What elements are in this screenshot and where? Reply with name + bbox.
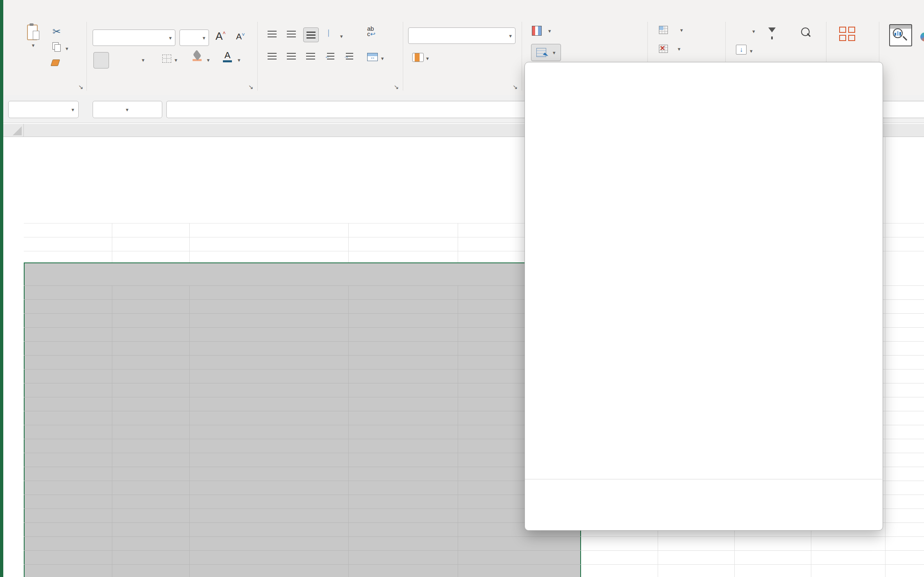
- shrink-font-button[interactable]: A˅: [236, 32, 245, 41]
- excel-window: ▾ ✂ ▾ ↘ ▾ ▾ A˄ A˅ ▾ ▾ ▾ A: [0, 0, 924, 577]
- find-select-button[interactable]: [800, 27, 811, 38]
- selection-gridlines: [24, 285, 581, 577]
- gridline: [112, 223, 112, 262]
- paste-button[interactable]: ▾: [19, 23, 48, 48]
- sort-filter-button[interactable]: [766, 27, 776, 32]
- orientation-dropdown-arrow[interactable]: ▾: [340, 33, 343, 39]
- align-center-button[interactable]: [287, 53, 296, 60]
- insert-cells-button[interactable]: ▾: [659, 26, 683, 34]
- copy-dropdown-arrow[interactable]: ▾: [66, 46, 68, 52]
- clipboard-dialog-launcher[interactable]: ↘: [78, 83, 84, 91]
- magnifier-icon: [800, 27, 811, 38]
- gallery-separator: [525, 479, 883, 479]
- align-top-icon: [268, 31, 277, 38]
- align-top-button[interactable]: [268, 31, 277, 38]
- gridline: [458, 285, 458, 577]
- alignment-dialog-launcher[interactable]: ↘: [394, 83, 399, 91]
- group-separator: [403, 22, 403, 91]
- copilot-icon[interactable]: [920, 32, 924, 41]
- fill-dropdown-arrow[interactable]: ▾: [750, 48, 753, 54]
- gridline: [348, 223, 349, 262]
- align-right-icon: [306, 53, 315, 60]
- analyze-data-icon: [889, 24, 912, 46]
- fill-color-button[interactable]: [193, 52, 202, 61]
- conditional-formatting-button[interactable]: ▾: [532, 26, 551, 36]
- select-all-corner[interactable]: [3, 124, 24, 137]
- gridline: [189, 223, 190, 262]
- align-bottom-icon: [306, 32, 316, 39]
- bold-button[interactable]: [93, 52, 109, 68]
- copy-button[interactable]: [52, 42, 61, 51]
- grow-font-button[interactable]: A˄: [216, 30, 226, 43]
- font-color-swatch: [223, 60, 232, 62]
- window-frame-edge: [0, 0, 3, 577]
- font-name-combo[interactable]: ▾: [93, 30, 175, 46]
- underline-dropdown-arrow[interactable]: ▾: [142, 57, 145, 63]
- font-color-dropdown-arrow[interactable]: ▾: [238, 57, 241, 63]
- align-middle-icon: [287, 31, 296, 38]
- delete-cells-icon: ✕: [659, 45, 668, 53]
- autosum-dropdown-arrow[interactable]: ▾: [752, 28, 755, 34]
- insert-cells-icon: [659, 26, 668, 34]
- align-right-button[interactable]: [306, 53, 315, 60]
- format-as-table-icon: [536, 48, 546, 57]
- font-color-icon: A: [225, 51, 231, 59]
- align-center-icon: [287, 53, 296, 60]
- name-box[interactable]: ▾: [8, 101, 79, 118]
- group-separator: [257, 22, 258, 91]
- merge-center-button[interactable]: ↔: [367, 53, 378, 61]
- align-middle-button[interactable]: [287, 31, 296, 38]
- group-separator: [522, 22, 522, 91]
- formula-controls: ▾: [93, 101, 162, 118]
- font-dialog-launcher[interactable]: ↘: [248, 83, 254, 91]
- group-separator: [86, 22, 87, 91]
- format-as-table-gallery: [524, 62, 883, 531]
- orientation-button[interactable]: ⟋: [324, 28, 334, 38]
- number-dialog-launcher[interactable]: ↘: [513, 83, 518, 91]
- ribbon-tab-bar: [3, 0, 924, 18]
- format-painter-icon: [50, 59, 60, 66]
- font-color-button[interactable]: A: [223, 51, 232, 62]
- align-bottom-button[interactable]: [303, 27, 319, 42]
- paste-dropdown-arrow[interactable]: ▾: [19, 42, 48, 48]
- gridline: [348, 285, 349, 577]
- font-size-combo[interactable]: ▾: [179, 30, 209, 46]
- gridline: [458, 223, 458, 262]
- copy-icon: [52, 42, 61, 51]
- accounting-format-button[interactable]: [412, 53, 424, 62]
- fill-color-dropdown-arrow[interactable]: ▾: [207, 57, 210, 63]
- borders-button[interactable]: [162, 55, 171, 63]
- format-painter-button[interactable]: [52, 59, 61, 68]
- increase-indent-button[interactable]: →: [346, 53, 353, 60]
- addins-button[interactable]: [839, 27, 855, 41]
- decrease-indent-button[interactable]: ←: [327, 53, 334, 60]
- wrap-text-button[interactable]: abc↩: [367, 26, 375, 36]
- filter-funnel-icon: [768, 27, 776, 32]
- fill-down-icon: ↓: [736, 45, 747, 55]
- number-format-combo[interactable]: ▾: [408, 27, 515, 44]
- fx-dropdown-arrow[interactable]: ▾: [126, 107, 129, 113]
- format-as-table-button[interactable]: ▾: [531, 44, 561, 61]
- cut-button[interactable]: ✂: [52, 26, 61, 37]
- addins-icon: [839, 27, 855, 41]
- gridline: [189, 285, 190, 577]
- align-left-button[interactable]: [268, 53, 277, 60]
- borders-dropdown-arrow[interactable]: ▾: [175, 57, 177, 63]
- delete-cells-button[interactable]: ✕ ▾: [659, 45, 681, 53]
- fill-button[interactable]: ↓: [736, 45, 747, 55]
- select-all-triangle: [13, 126, 22, 135]
- paste-icon: [27, 23, 39, 40]
- merge-dropdown-arrow[interactable]: ▾: [381, 55, 384, 62]
- accounting-dropdown-arrow[interactable]: ▾: [426, 55, 429, 62]
- analyze-data-button[interactable]: [889, 24, 912, 46]
- conditional-formatting-icon: [532, 26, 542, 36]
- align-left-icon: [268, 53, 277, 60]
- gridline: [112, 285, 112, 577]
